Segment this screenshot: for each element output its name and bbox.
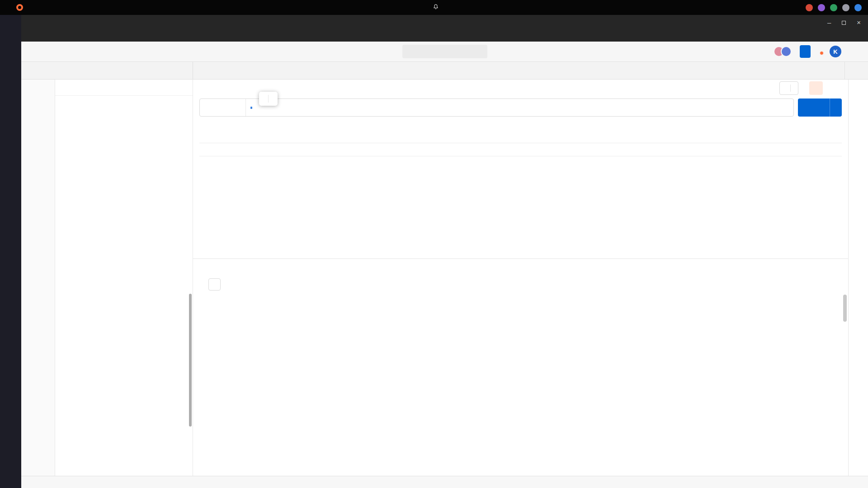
save-button[interactable] (779, 81, 798, 95)
send-options-button[interactable] (830, 99, 842, 117)
close-button[interactable]: × (857, 19, 861, 26)
new-button[interactable] (172, 69, 178, 72)
system-tray (806, 4, 862, 11)
response-scrollbar[interactable] (843, 295, 847, 322)
url-input[interactable] (246, 99, 793, 116)
response-panel (193, 258, 848, 476)
response-body-code (193, 293, 848, 476)
collections-sidebar (55, 80, 193, 476)
new-tab-button[interactable] (215, 62, 226, 79)
clock[interactable] (429, 4, 439, 11)
scroll-tabs-left-button[interactable] (193, 62, 204, 79)
window-titlebar: – × (21, 15, 868, 30)
ubuntu-dock (0, 15, 21, 488)
request-tabs (193, 118, 848, 135)
tray-app-icon[interactable] (806, 4, 813, 11)
app-header: K (21, 42, 868, 62)
query-params-title (193, 135, 848, 143)
postman-window: – × (21, 15, 868, 488)
account-avatar[interactable]: K (830, 46, 841, 57)
tray-app-icon[interactable] (842, 4, 849, 11)
member-avatar (781, 46, 792, 57)
postman-app-icon (16, 4, 23, 11)
comment-button[interactable] (828, 81, 842, 95)
invite-button[interactable] (800, 45, 811, 58)
minimize-button[interactable]: – (827, 19, 831, 26)
scroll-tabs-right-button[interactable] (204, 62, 215, 79)
tray-app-icon[interactable] (818, 4, 825, 11)
workspace-bar (21, 62, 868, 80)
url-selected-text (250, 107, 252, 109)
bell-icon (433, 4, 439, 10)
breadcrumb (193, 80, 848, 97)
right-context-rail (848, 80, 868, 476)
environment-quick-look-button[interactable] (857, 62, 868, 79)
send-button[interactable] (798, 99, 842, 117)
sidebar-scrollbar[interactable] (189, 294, 192, 427)
focused-app-menu[interactable] (16, 4, 26, 11)
set-as-variable-popup (259, 92, 278, 106)
menu-bar (21, 30, 868, 42)
ubuntu-top-bar (0, 0, 868, 15)
workspace-members[interactable] (774, 46, 793, 57)
search-input[interactable] (402, 45, 487, 58)
tab-options-button[interactable] (226, 62, 236, 79)
request-panel (193, 80, 848, 476)
tray-app-icon[interactable] (854, 4, 862, 11)
desktop: – × (0, 0, 868, 488)
query-params-table (199, 143, 842, 156)
maximize-button[interactable] (842, 19, 846, 26)
environment-selector[interactable] (844, 62, 857, 79)
edit-button[interactable] (809, 81, 823, 95)
status-bar (21, 476, 868, 488)
tray-app-icon[interactable] (830, 4, 837, 11)
response-language-selector[interactable] (208, 278, 221, 291)
left-icon-rail (21, 80, 55, 476)
method-selector[interactable] (200, 99, 246, 116)
url-bar (199, 99, 794, 117)
import-button[interactable] (182, 69, 187, 72)
